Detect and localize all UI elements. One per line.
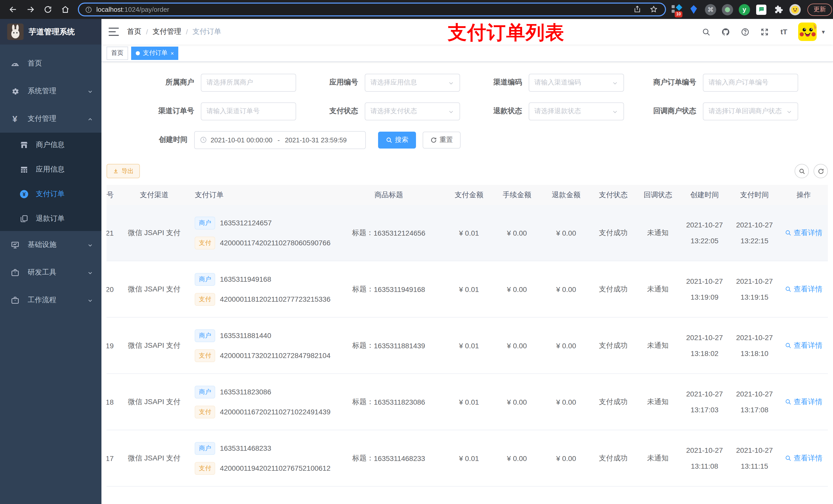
sidebar-menu: 首页 系统管理 ¥ 支付管理 商户信息 [0,45,101,314]
table-row[interactable]: 19 微信 JSAPI 支付 商户1635311881440 支付4200001… [106,317,828,374]
search-icon[interactable] [700,26,712,38]
column-header: 商品标题 [331,190,446,199]
filter-field[interactable]: 请选择支付状态 [365,102,460,120]
merchant-order-no: 1635311823086 [220,388,271,396]
cell-status: 支付成功 [590,397,636,406]
sidebar-toggle-icon[interactable] [109,28,119,36]
user-avatar[interactable] [798,23,817,41]
view-detail-link[interactable]: 查看详情 [785,397,822,406]
reload-icon[interactable] [42,3,54,16]
screen: localhost:1024/pay/order 10 ⌘ y 更新 ⋮ 芋道管… [0,0,833,504]
cell-refund: ¥ 0.00 [542,398,590,406]
column-header: 支付时间 [730,190,780,199]
table-row[interactable]: 20 微信 JSAPI 支付 商户1635311949168 支付4200001… [106,261,828,317]
filter-item: 商户订单编号 请输入商户订单编号 [624,73,798,91]
app-logo-row[interactable]: 芋道管理系统 [0,19,101,45]
forward-icon[interactable] [24,3,37,16]
filter-field[interactable]: 请选择应用信息 [365,73,460,91]
cell-action: 查看详情 [780,341,828,350]
bookmark-star-icon[interactable] [649,5,659,14]
red-annotation-title: 支付订单列表 [448,20,565,46]
github-icon[interactable] [719,26,732,38]
fullscreen-icon[interactable] [758,26,770,38]
pay-submenu: 商户信息 应用信息 ¥ 支付订单 退款订单 [0,133,101,231]
tag-close-icon[interactable]: × [171,50,174,56]
caret-down-icon[interactable]: ▼ [821,29,826,34]
breadcrumb-pay[interactable]: 支付管理 [153,27,181,37]
sidebar-item-workflow[interactable]: 工作流程 [0,286,101,314]
merchant-order-no: 1635311468233 [220,444,271,452]
export-button[interactable]: 导出 [106,164,140,178]
merchant-order-no: 1635311881440 [220,331,271,340]
tag-home[interactable]: 首页 [106,46,128,60]
pay-badge: 支付 [195,293,215,306]
cell-created-time: 2021-10-2713:22:05 [680,217,730,249]
cell-title: 标题：1635311823086 [331,397,446,406]
url-bar[interactable]: localhost:1024/pay/order [78,3,666,16]
column-header: 支付金额 [446,190,492,199]
filter-field[interactable]: 请输入商户订单编号 [703,73,798,91]
column-header: 操作 [780,190,828,199]
view-detail-link[interactable]: 查看详情 [785,341,822,350]
cell-title: 标题：1635311949168 [331,285,446,294]
filter-field[interactable]: 请输入渠道编码 [529,73,624,91]
view-detail-link[interactable]: 查看详情 [785,454,822,463]
extension-grid-icon[interactable]: 10 [671,3,683,16]
chat-extension-icon[interactable] [755,3,767,16]
tag-pay-order[interactable]: 支付订单 × [131,46,178,60]
view-detail-link[interactable]: 查看详情 [785,285,822,294]
extensions-puzzle-icon[interactable] [772,3,784,16]
home-icon[interactable] [59,3,71,16]
sidebar-item-infra[interactable]: 基础设施 [0,231,101,259]
refresh-button[interactable] [813,164,828,178]
table-row[interactable]: 21 微信 JSAPI 支付 商户1635312124657 支付4200001… [106,205,828,261]
filter-label: 渠道编码 [460,78,529,87]
column-header: 手续金额 [492,190,542,199]
table-row-partial[interactable]: 商户1635311251796 [106,486,828,504]
pay-badge: 支付 [195,462,215,475]
sidebar-item-refund-order[interactable]: 退款订单 [0,207,101,231]
browser-update-button[interactable]: 更新 [807,3,832,16]
date-range-input[interactable]: 2021-10-01 00:00:00 - 2021-10-31 23:59:5… [194,131,366,149]
sidebar-item-dev-tools[interactable]: 研发工具 [0,259,101,286]
back-icon[interactable] [7,3,19,16]
cell-refund: ¥ 0.00 [542,454,590,462]
help-icon[interactable] [739,26,751,38]
filter-field[interactable]: 请选择订单回调商户状态 [703,102,798,120]
info-icon[interactable] [85,6,92,13]
breadcrumb-home[interactable]: 首页 [127,27,141,37]
sidebar-item-app-info[interactable]: 应用信息 [0,157,101,182]
clock-icon [200,136,207,143]
sidebar-item-pay[interactable]: ¥ 支付管理 [0,105,101,133]
column-header: 回调状态 [636,190,680,199]
share-icon[interactable] [633,5,642,14]
app-title: 芋道管理系统 [29,27,75,37]
sidebar-item-pay-order[interactable]: ¥ 支付订单 [0,182,101,207]
filter-field[interactable]: 请选择所属商户 [201,73,296,91]
table-row[interactable]: 17 微信 JSAPI 支付 商户1635311468233 支付4200001… [106,430,828,486]
filter-label: 渠道订单号 [132,106,201,116]
font-size-icon[interactable]: tT [778,26,790,38]
monitor-icon [10,240,20,249]
app-logo [7,24,24,40]
table-row[interactable]: 18 微信 JSAPI 支付 商户1635311823086 支付4200001… [106,374,828,430]
sidebar-item-system[interactable]: 系统管理 [0,77,101,105]
filter-field[interactable]: 请输入渠道订单号 [201,102,296,120]
document-copy-icon [20,214,29,223]
search-button[interactable]: 搜索 [378,131,416,148]
sidebar-item-home[interactable]: 首页 [0,50,101,77]
kite-extension-icon[interactable] [688,3,700,16]
profile-avatar-icon[interactable] [789,3,801,16]
dot-extension-icon[interactable] [721,3,734,16]
view-detail-link[interactable]: 查看详情 [785,228,822,237]
command-extension-icon[interactable]: ⌘ [705,3,717,16]
y-extension-icon[interactable]: y [738,3,751,16]
column-header: 支付渠道 [120,190,189,199]
chevron-up-icon [87,116,93,122]
sidebar-item-merchant-info[interactable]: 商户信息 [0,133,101,157]
filter-field[interactable]: 请选择退款状态 [529,102,624,120]
reset-button[interactable]: 重置 [423,131,460,148]
toggle-search-button[interactable] [794,164,809,178]
chevron-down-icon [87,88,93,94]
cell-action: 查看详情 [780,454,828,463]
